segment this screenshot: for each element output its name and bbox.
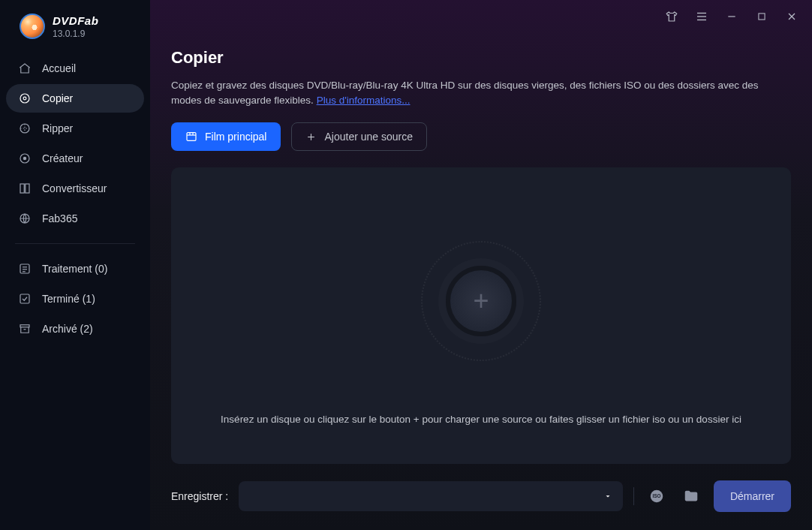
main-movie-button[interactable]: Film principal — [171, 122, 281, 151]
app-logo — [20, 14, 45, 39]
sidebar-item-termine[interactable]: Terminé (1) — [6, 285, 144, 313]
movie-mode-icon — [185, 131, 197, 143]
sidebar-item-label: Copier — [42, 92, 73, 104]
page-title: Copier — [171, 48, 791, 68]
sidebar-item-archive[interactable]: Archivé (2) — [6, 315, 144, 343]
plus-icon — [305, 131, 317, 143]
title-bar — [150, 0, 812, 33]
drop-add-button[interactable]: + — [446, 266, 516, 336]
sidebar-item-label: Terminé (1) — [42, 293, 95, 305]
svg-text:ISO: ISO — [652, 493, 660, 498]
svg-rect-13 — [20, 325, 29, 327]
more-info-link[interactable]: Plus d'informations... — [317, 95, 411, 106]
sidebar-item-convertisseur[interactable]: Convertisseur — [6, 174, 144, 203]
dropzone[interactable]: + Insérez un disque ou cliquez sur le bo… — [171, 167, 791, 464]
sidebar: DVDFab 13.0.1.9 AccueilCopierRipperCréat… — [0, 0, 150, 530]
folder-button[interactable] — [679, 484, 703, 508]
close-button[interactable] — [783, 8, 800, 25]
svg-rect-6 — [26, 184, 29, 193]
minimize-button[interactable] — [723, 8, 740, 25]
app-version: 13.0.1.9 — [53, 29, 98, 39]
plus-large-icon: + — [473, 285, 489, 317]
app-name: DVDFab — [53, 14, 98, 27]
maximize-button[interactable] — [753, 8, 770, 25]
menu-icon[interactable] — [693, 8, 710, 25]
sidebar-divider — [15, 243, 135, 244]
add-source-label: Ajouter une source — [324, 131, 413, 143]
main-movie-label: Film principal — [205, 131, 266, 143]
page-description: Copiez et gravez des disques DVD/Blu-ray… — [171, 78, 791, 107]
svg-rect-12 — [20, 294, 29, 303]
start-button[interactable]: Démarrer — [714, 480, 791, 512]
sidebar-item-createur[interactable]: Créateur — [6, 144, 144, 173]
shirt-icon[interactable] — [663, 8, 680, 25]
sidebar-nav: AccueilCopierRipperCréateurConvertisseur… — [6, 54, 144, 233]
footer-divider — [633, 487, 634, 505]
save-destination-select[interactable] — [239, 481, 623, 511]
sidebar-item-label: Fab365 — [42, 212, 77, 224]
chevron-down-icon — [603, 492, 612, 501]
sidebar-item-label: Traitement (0) — [42, 263, 107, 275]
svg-point-4 — [23, 157, 27, 161]
iso-button[interactable]: ISO — [645, 484, 669, 508]
sidebar-item-ripper[interactable]: Ripper — [6, 114, 144, 143]
svg-point-2 — [20, 124, 29, 133]
sidebar-item-traitement[interactable]: Traitement (0) — [6, 254, 144, 283]
svg-rect-19 — [759, 14, 765, 20]
svg-point-1 — [23, 97, 26, 100]
disc-icon — [18, 92, 32, 105]
content: Copier Copiez et gravez des disques DVD/… — [150, 33, 812, 464]
brand: DVDFab 13.0.1.9 — [6, 14, 144, 54]
globe-icon — [18, 212, 32, 225]
list-icon — [18, 262, 32, 276]
action-row: Film principal Ajouter une source — [171, 122, 791, 151]
start-label: Démarrer — [730, 490, 774, 502]
archive-icon — [18, 322, 32, 336]
sidebar-item-accueil[interactable]: Accueil — [6, 54, 144, 83]
sidebar-item-label: Créateur — [42, 152, 83, 164]
convert-icon — [18, 182, 32, 195]
check-icon — [18, 292, 32, 306]
drop-hint: Insérez un disque ou cliquez sur le bout… — [171, 414, 791, 425]
sidebar-tasks: Traitement (0)Terminé (1)Archivé (2) — [6, 254, 144, 343]
sidebar-item-copier[interactable]: Copier — [6, 84, 144, 113]
sidebar-item-label: Archivé (2) — [42, 323, 93, 335]
svg-rect-22 — [187, 133, 196, 141]
sidebar-item-fab365[interactable]: Fab365 — [6, 204, 144, 233]
drop-ring: + — [421, 241, 541, 361]
sidebar-item-label: Ripper — [42, 122, 73, 134]
footer: Enregistrer : ISO Démarrer — [150, 464, 812, 530]
sidebar-item-label: Accueil — [42, 62, 76, 74]
svg-rect-5 — [20, 184, 24, 193]
rip-icon — [18, 122, 32, 135]
main-area: Copier Copiez et gravez des disques DVD/… — [150, 0, 812, 530]
creator-icon — [18, 152, 32, 165]
svg-point-0 — [20, 94, 29, 103]
add-source-button[interactable]: Ajouter une source — [291, 122, 427, 151]
home-icon — [18, 62, 32, 75]
save-label: Enregistrer : — [171, 490, 228, 502]
sidebar-item-label: Convertisseur — [42, 182, 107, 194]
